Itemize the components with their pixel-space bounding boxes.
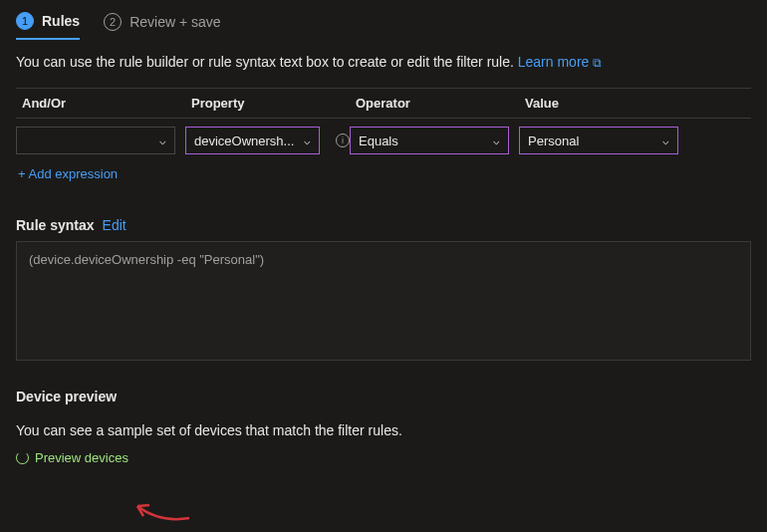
annotation-arrow	[129, 488, 199, 528]
column-operator: Operator	[350, 96, 519, 111]
rule-syntax-edit-link[interactable]: Edit	[103, 217, 127, 233]
rule-header-row: And/Or Property Operator Value	[16, 88, 751, 119]
chevron-down-icon: ⌵	[159, 134, 166, 147]
column-property: Property	[185, 96, 350, 111]
tab-review-label: Review + save	[129, 14, 220, 30]
column-andor: And/Or	[16, 96, 185, 111]
add-expression-link[interactable]: + Add expression	[16, 154, 751, 181]
column-value: Value	[519, 96, 688, 111]
learn-more-link[interactable]: Learn more⧉	[518, 54, 603, 70]
wizard-tabs: 1 Rules 2 Review + save	[0, 0, 767, 40]
tab-review-number: 2	[104, 13, 122, 31]
tab-rules[interactable]: 1 Rules	[16, 12, 80, 40]
preview-devices-link[interactable]: Preview devices	[0, 450, 767, 465]
external-link-icon: ⧉	[593, 56, 602, 70]
operator-dropdown[interactable]: Equals ⌵	[350, 127, 509, 154]
rule-row: ⌵ deviceOwnersh... ⌵ i Equals ⌵ Personal…	[16, 119, 751, 154]
rule-syntax-textbox[interactable]: (device.deviceOwnership -eq "Personal")	[16, 241, 751, 361]
tab-review-save[interactable]: 2 Review + save	[104, 13, 220, 39]
device-preview-description: You can see a sample set of devices that…	[0, 412, 767, 450]
rule-syntax-heading: Rule syntax Edit	[0, 181, 767, 241]
chevron-down-icon: ⌵	[304, 134, 311, 147]
description-text: You can use the rule builder or rule syn…	[16, 54, 514, 70]
loading-spinner-icon	[16, 451, 29, 464]
tab-rules-label: Rules	[42, 13, 80, 29]
rule-builder-table: And/Or Property Operator Value ⌵ deviceO…	[16, 88, 751, 181]
page-description: You can use the rule builder or rule syn…	[0, 40, 767, 88]
chevron-down-icon: ⌵	[493, 134, 500, 147]
device-preview-heading: Device preview	[0, 361, 767, 412]
property-dropdown[interactable]: deviceOwnersh... ⌵	[185, 127, 320, 154]
andor-dropdown[interactable]: ⌵	[16, 127, 175, 154]
value-dropdown[interactable]: Personal ⌵	[519, 127, 678, 154]
tab-rules-number: 1	[16, 12, 34, 30]
info-icon[interactable]: i	[336, 133, 350, 147]
chevron-down-icon: ⌵	[662, 134, 669, 147]
